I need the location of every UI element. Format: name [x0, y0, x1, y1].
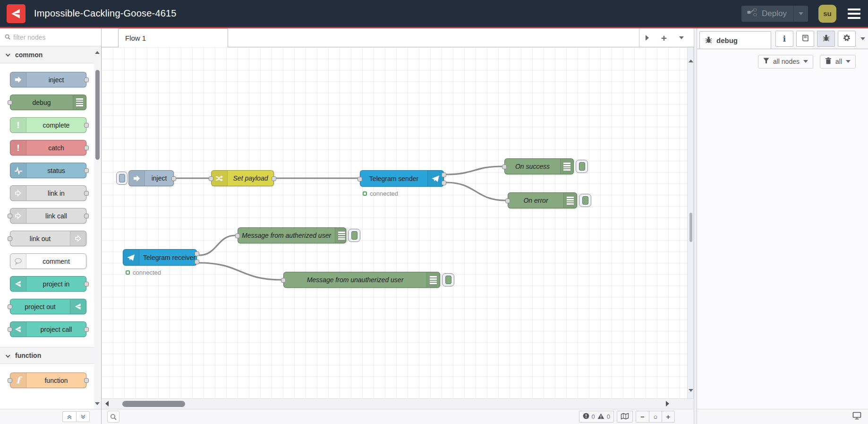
user-avatar[interactable]: su	[818, 5, 836, 23]
flow-node-on-error[interactable]: On error	[508, 192, 577, 208]
debug-toggle-button[interactable]	[576, 160, 588, 173]
output-port[interactable]	[84, 78, 89, 82]
help-panel-button[interactable]	[796, 31, 814, 47]
horizontal-scrollbar-thumb[interactable]	[122, 401, 185, 407]
hamburger-menu-icon[interactable]	[847, 7, 861, 21]
tab-debug[interactable]: debug	[699, 31, 771, 49]
add-flow-button[interactable]: +	[661, 33, 667, 43]
input-port[interactable]	[502, 164, 507, 169]
palette-node-link-out[interactable]: link out	[10, 231, 86, 246]
inject-trigger-button[interactable]	[116, 172, 128, 185]
config-panel-button[interactable]	[838, 31, 856, 47]
zoom-reset-button[interactable]: ○	[649, 411, 662, 422]
flow-node-telegram-receiver[interactable]: Telegram receiver	[123, 249, 197, 266]
output-port[interactable]	[84, 191, 89, 196]
output-port-1[interactable]	[195, 251, 199, 256]
wire[interactable]	[199, 263, 281, 280]
input-port[interactable]	[209, 176, 213, 181]
collapse-all-categories-button[interactable]	[62, 411, 76, 422]
open-window-button[interactable]	[852, 412, 861, 422]
flow-node-on-success[interactable]: On success	[504, 158, 574, 174]
input-port[interactable]	[235, 234, 240, 238]
deploy-button[interactable]: Deploy	[741, 6, 808, 22]
input-port[interactable]	[505, 199, 510, 203]
sidebar-splitter[interactable]	[694, 28, 697, 424]
palette-node-project-out[interactable]: project out	[10, 299, 86, 314]
vertical-scrollbar-thumb[interactable]	[689, 213, 692, 242]
canvas-horizontal-scrollbar[interactable]	[102, 398, 694, 409]
canvas-search-button[interactable]	[107, 411, 119, 423]
flow-node-message-from-autherized-user[interactable]: Message from autherized user	[238, 227, 346, 243]
input-port[interactable]	[8, 214, 12, 218]
zoom-out-button[interactable]: −	[636, 411, 649, 422]
scroll-left-icon[interactable]	[105, 401, 109, 407]
palette-node-inject[interactable]: inject	[10, 72, 86, 87]
flow-node-inject[interactable]: inject	[128, 170, 174, 186]
palette-node-link-call[interactable]: link call	[10, 208, 86, 224]
scroll-tabs-right-icon[interactable]	[646, 35, 649, 41]
palette-node-function[interactable]: ffunction	[10, 372, 86, 388]
palette-node-link-in[interactable]: link in	[10, 185, 86, 201]
palette-node-catch[interactable]: !catch	[10, 140, 86, 156]
scroll-down-icon[interactable]	[689, 389, 693, 392]
canvas-vertical-scrollbar[interactable]	[687, 47, 694, 398]
input-port[interactable]	[8, 304, 12, 309]
debug-filter-dropdown[interactable]: all nodes	[758, 55, 813, 69]
output-port-1[interactable]	[442, 173, 446, 177]
navigator-button[interactable]	[617, 411, 633, 423]
palette-scrollbar[interactable]	[94, 46, 101, 409]
palette-category-function[interactable]: function	[0, 347, 101, 364]
wire[interactable]	[199, 235, 235, 255]
palette-node-status[interactable]: status	[10, 163, 86, 178]
debug-clear-dropdown[interactable]: all	[820, 55, 856, 69]
input-port[interactable]	[8, 378, 12, 383]
palette-scrollbar-thumb[interactable]	[95, 70, 100, 160]
palette-category-common[interactable]: common	[0, 46, 101, 63]
input-port[interactable]	[8, 236, 12, 241]
flow-node-set-payload[interactable]: Set payload	[211, 170, 274, 186]
palette-search-input[interactable]	[13, 34, 84, 41]
sidebar-collapse-caret[interactable]	[860, 37, 865, 40]
debug-toggle-button[interactable]	[579, 194, 591, 207]
output-port[interactable]	[272, 176, 276, 181]
palette-node-complete[interactable]: !complete	[10, 117, 86, 133]
palette-node-project-in[interactable]: project in	[10, 276, 86, 292]
info-panel-button[interactable]: i	[775, 31, 793, 47]
output-port[interactable]	[84, 327, 89, 332]
output-port[interactable]	[84, 146, 89, 150]
palette-search[interactable]	[0, 28, 101, 46]
output-port-2[interactable]	[195, 260, 199, 264]
scroll-up-icon[interactable]	[95, 51, 100, 54]
wire[interactable]	[446, 166, 502, 174]
flow-canvas[interactable]: injectSet payloadTelegram senderconnecte…	[102, 47, 694, 398]
wire[interactable]	[446, 182, 505, 200]
scroll-right-icon[interactable]	[666, 401, 669, 407]
debug-toggle-button[interactable]	[348, 229, 360, 242]
scroll-down-icon[interactable]	[95, 402, 100, 405]
input-port[interactable]	[357, 177, 362, 182]
input-port[interactable]	[281, 278, 286, 283]
output-port[interactable]	[84, 282, 89, 286]
zoom-in-button[interactable]: +	[662, 411, 674, 422]
input-port[interactable]	[8, 100, 12, 105]
output-port[interactable]	[84, 214, 89, 218]
output-port[interactable]	[84, 168, 89, 173]
tab-flow-1[interactable]: Flow 1	[118, 28, 228, 47]
flow-node-telegram-sender[interactable]: Telegram sender	[360, 170, 444, 187]
output-port[interactable]	[84, 123, 89, 128]
debug-messages-panel[interactable]	[697, 74, 868, 409]
output-port[interactable]	[84, 378, 89, 383]
output-port-2[interactable]	[442, 181, 446, 185]
palette-node-debug[interactable]: debug	[10, 95, 86, 110]
flow-list-caret[interactable]	[679, 36, 684, 39]
flow-node-message-from-unautherized-user[interactable]: Message from unautherized user	[283, 272, 440, 288]
output-port[interactable]	[171, 176, 176, 181]
debug-toggle-button[interactable]	[442, 273, 454, 286]
deploy-options-caret[interactable]	[794, 6, 808, 22]
input-port[interactable]	[8, 327, 12, 332]
expand-all-categories-button[interactable]	[76, 411, 90, 422]
palette-node-project-call[interactable]: project call	[10, 321, 86, 337]
palette-node-comment[interactable]: comment	[10, 253, 86, 269]
flowfuse-logo-icon[interactable]	[7, 4, 26, 23]
notifications-group[interactable]: 0 0	[579, 411, 614, 423]
